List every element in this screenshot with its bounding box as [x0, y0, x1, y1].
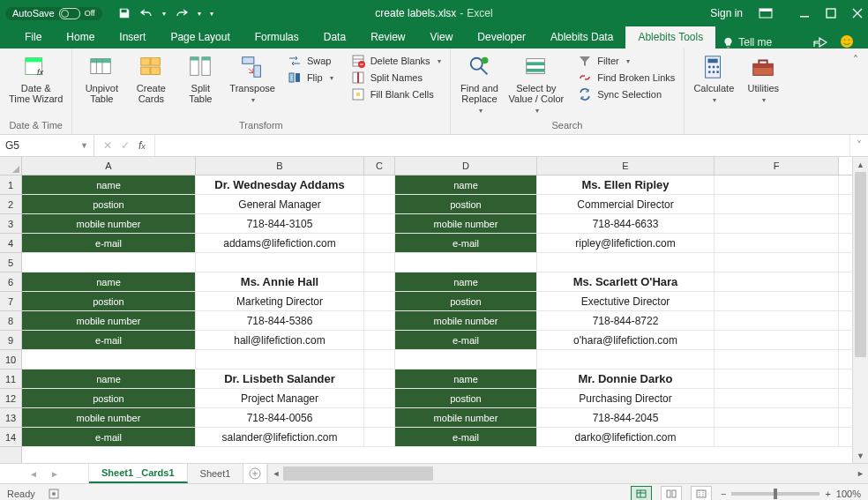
cell[interactable] [364, 253, 395, 272]
utilities-button[interactable]: Utilities▾ [743, 52, 783, 104]
tab-file[interactable]: File [12, 26, 54, 49]
cancel-formula-icon[interactable]: ✕ [103, 139, 112, 152]
cell[interactable]: hall@lifefiction.com [196, 331, 364, 349]
cell[interactable] [22, 350, 196, 369]
cell[interactable]: 718-844-6633 [537, 214, 715, 233]
cell[interactable] [364, 234, 395, 252]
undo-icon[interactable] [139, 7, 153, 19]
select-by-value-button[interactable]: Select by Value / Color▾ [509, 52, 565, 115]
smiley-icon[interactable] [840, 34, 854, 49]
cell[interactable]: Dr. Lisbeth Salander [196, 369, 364, 388]
cell[interactable] [715, 350, 839, 369]
cell[interactable]: mobile number [395, 311, 537, 330]
chevron-down-icon[interactable]: ▾ [198, 10, 201, 18]
name-box[interactable]: G5▼ [0, 135, 94, 156]
cell[interactable]: Ms. Scarlett O'Hara [537, 272, 715, 291]
cell[interactable]: salander@lifefiction.com [196, 428, 364, 446]
row-header[interactable]: 8 [0, 311, 21, 331]
row-header[interactable]: 10 [0, 350, 21, 369]
tab-developer[interactable]: Developer [465, 26, 538, 49]
sheet-tab-active[interactable]: Sheet1 _Cards1 [89, 464, 188, 483]
delete-blanks-button[interactable]: Delete Blanks▾ [351, 54, 441, 68]
tab-view[interactable]: View [418, 26, 466, 49]
cell[interactable] [364, 350, 395, 369]
zoom-in-button[interactable]: + [825, 489, 830, 499]
cell[interactable] [395, 253, 537, 272]
zoom-control[interactable]: − + 100% [721, 489, 861, 499]
cell[interactable]: 718-844-8722 [537, 311, 715, 330]
cell[interactable]: o'hara@lifefiction.com [537, 331, 715, 349]
cell[interactable]: postion [395, 292, 537, 310]
cell[interactable] [715, 369, 839, 388]
cell[interactable]: Exectutive Director [537, 292, 715, 310]
fx-icon[interactable]: fx [138, 139, 146, 152]
cell[interactable]: e-mail [395, 331, 537, 349]
ribbon-display-icon[interactable] [759, 8, 773, 19]
expand-formula-bar-icon[interactable]: ˅ [849, 135, 868, 156]
cell[interactable]: addams@lifefiction.com [196, 234, 364, 252]
cell[interactable]: Dr. Wednesday Addams [196, 175, 364, 194]
zoom-out-button[interactable]: − [721, 489, 726, 499]
cell[interactable]: Purchasing Director [537, 389, 715, 407]
select-all-cell[interactable] [0, 157, 21, 175]
cell[interactable] [364, 428, 395, 446]
tab-page-layout[interactable]: Page Layout [158, 26, 242, 49]
tab-formulas[interactable]: Formulas [243, 26, 311, 49]
swap-button[interactable]: Swap [288, 54, 333, 68]
row-header[interactable]: 6 [0, 272, 21, 292]
enter-formula-icon[interactable]: ✓ [121, 139, 130, 152]
tab-home[interactable]: Home [54, 26, 107, 49]
tab-ablebits-data[interactable]: Ablebits Data [538, 26, 625, 49]
row-header[interactable]: 11 [0, 369, 21, 389]
cell[interactable] [715, 292, 839, 310]
cell[interactable]: postion [22, 292, 196, 310]
cell[interactable] [364, 389, 395, 407]
cell[interactable]: e-mail [395, 234, 537, 252]
row-header[interactable]: 13 [0, 408, 21, 428]
scroll-right-icon[interactable]: ► [853, 469, 868, 478]
split-table-button[interactable]: Split Table [180, 52, 221, 104]
save-icon[interactable] [118, 7, 131, 19]
tell-me[interactable]: Tell me [722, 36, 772, 49]
tab-insert[interactable]: Insert [107, 26, 158, 49]
row-header[interactable]: 14 [0, 428, 21, 447]
cell[interactable]: Ms. Annie Hall [196, 272, 364, 291]
cell[interactable] [364, 214, 395, 233]
row-header[interactable]: 9 [0, 331, 21, 350]
cell[interactable] [364, 331, 395, 349]
horizontal-scrollbar[interactable]: ◄ ► [267, 464, 868, 483]
scroll-thumb[interactable] [283, 466, 433, 481]
cell[interactable] [715, 311, 839, 330]
cell[interactable]: 718-844-3105 [196, 214, 364, 233]
customize-qat-icon[interactable]: ▾ [210, 10, 213, 18]
cell[interactable] [715, 408, 839, 427]
cell[interactable] [196, 253, 364, 272]
cell[interactable]: name [22, 272, 196, 291]
cell[interactable] [364, 292, 395, 310]
cell[interactable] [537, 350, 715, 369]
cell[interactable] [364, 408, 395, 427]
scroll-thumb[interactable] [855, 172, 866, 357]
cell[interactable]: General Manager [196, 195, 364, 213]
column-header[interactable]: F [715, 157, 839, 175]
cell[interactable]: name [395, 272, 537, 291]
find-replace-button[interactable]: Find and Replace▾ [460, 52, 500, 115]
cell[interactable]: Marketing Director [196, 292, 364, 310]
scroll-left-icon[interactable]: ◄ [268, 469, 283, 478]
close-icon[interactable] [852, 8, 863, 19]
cell[interactable]: mobile number [22, 311, 196, 330]
column-header[interactable]: E [537, 157, 715, 175]
row-header[interactable]: 7 [0, 292, 21, 311]
cell[interactable] [715, 253, 839, 272]
cell[interactable]: postion [395, 195, 537, 213]
cell[interactable] [395, 350, 537, 369]
tab-data[interactable]: Data [311, 26, 358, 49]
sheet-tab[interactable]: Sheet1 [188, 464, 244, 483]
cell[interactable]: 718-844-5386 [196, 311, 364, 330]
cell[interactable]: 718-844-0056 [196, 408, 364, 427]
cell[interactable]: ripley@lifefiction.com [537, 234, 715, 252]
view-page-break-button[interactable] [691, 486, 712, 500]
cell[interactable] [715, 389, 839, 407]
sync-selection-button[interactable]: Sync Selection [578, 87, 675, 101]
cell[interactable] [364, 175, 395, 194]
